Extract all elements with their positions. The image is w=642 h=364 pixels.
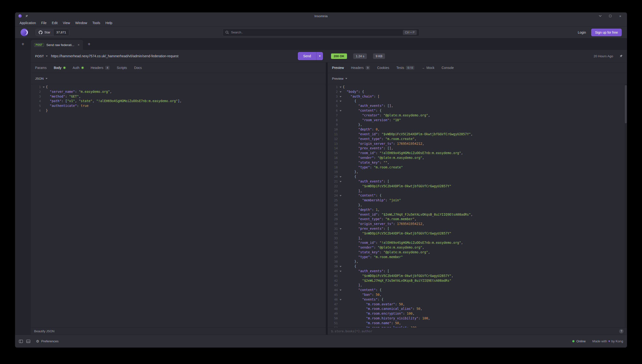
tab-docs[interactable]: Docs xyxy=(134,66,142,70)
line-number: 28 xyxy=(328,212,339,217)
close-icon[interactable]: × xyxy=(618,14,622,18)
fold-toggle-icon[interactable] xyxy=(339,288,343,292)
tab-method-badge: POST xyxy=(34,43,44,47)
insomnia-logo-icon[interactable] xyxy=(20,28,29,36)
menu-edit[interactable]: Edit xyxy=(49,20,60,26)
request-body-editor[interactable]: 1{2 "server_name": "m.easydemo.org",3 "m… xyxy=(31,84,326,328)
code-line: 13 "origin_server_ts": 1769541954212, xyxy=(328,142,627,146)
code-line: 30 "origin_server_ts": 1769541954212, xyxy=(328,222,627,226)
line-number: 26 xyxy=(328,203,339,208)
line-number: 42 xyxy=(328,278,339,283)
line-number: 9 xyxy=(328,122,339,127)
code-text: "event_id": "$2eWLJ7HqX_FJu5mYALvOKqsB_8… xyxy=(343,212,627,217)
menu-window[interactable]: Window xyxy=(73,20,90,26)
tab-preview[interactable]: Preview xyxy=(332,66,344,70)
fold-spacer xyxy=(339,274,343,278)
response-filter-input[interactable] xyxy=(331,330,616,333)
tab-auth[interactable]: Auth xyxy=(73,66,84,70)
fold-toggle-icon[interactable] xyxy=(339,226,343,231)
fold-toggle-icon[interactable] xyxy=(339,85,343,90)
panel-resize-handle[interactable] xyxy=(326,62,328,335)
line-number: 36 xyxy=(328,250,339,255)
fold-toggle-icon[interactable] xyxy=(42,85,46,90)
tab-response-headers[interactable]: Headers9 xyxy=(351,66,370,70)
status-badge: 200 OK xyxy=(331,54,347,59)
fold-toggle-icon[interactable] xyxy=(339,193,343,198)
body-type-dropdown[interactable]: JSON xyxy=(35,77,48,80)
github-star-button[interactable]: Star 37,871 xyxy=(36,29,69,36)
send-options-button[interactable] xyxy=(316,52,323,60)
preview-mode-dropdown[interactable]: Preview xyxy=(332,77,347,80)
fold-toggle-icon[interactable] xyxy=(339,297,343,302)
code-line: 22 "$vWDOpiFcV5C2b4XDPlm-OkwtjbfGGVfCrGw… xyxy=(328,184,627,189)
line-number: 18 xyxy=(328,165,339,170)
made-by-kong[interactable]: Made with ♥ by Kong xyxy=(592,340,623,343)
search-bar[interactable]: Ctrl + P xyxy=(223,28,419,36)
minimize-icon[interactable] xyxy=(598,14,602,18)
fold-toggle-icon[interactable] xyxy=(339,264,343,269)
tab-params[interactable]: Params xyxy=(35,66,47,70)
response-panel-tabs: Preview Headers9 Cookies Tests0 / 0 →Moc… xyxy=(328,62,627,73)
tab-console[interactable]: Console xyxy=(441,66,454,70)
url-input[interactable] xyxy=(51,54,295,58)
tab-body-label: Body xyxy=(54,66,61,70)
fold-toggle-icon[interactable] xyxy=(339,269,343,274)
fold-toggle-icon[interactable] xyxy=(339,174,343,179)
help-icon[interactable]: ? xyxy=(619,329,624,334)
method-dropdown[interactable]: POST xyxy=(34,54,49,58)
new-request-button[interactable]: + xyxy=(20,41,26,48)
tab-headers[interactable]: Headers4 xyxy=(91,66,110,70)
beautify-json-button[interactable]: Beautify JSON xyxy=(34,330,55,333)
response-age[interactable]: 20 Hours Ago xyxy=(593,54,613,58)
maximize-icon[interactable] xyxy=(608,14,612,18)
search-input[interactable] xyxy=(231,30,403,34)
request-tab[interactable]: POST Send raw federati... × xyxy=(31,40,83,50)
line-number: 46 xyxy=(328,297,339,302)
tab-mock[interactable]: →Mock xyxy=(421,66,434,70)
titlebar[interactable]: Insomnia × xyxy=(15,12,627,20)
tab-cookies[interactable]: Cookies xyxy=(377,66,389,70)
code-line: 12 "event_type": "m.room.create", xyxy=(328,137,627,142)
tab-body[interactable]: Body xyxy=(54,66,65,70)
line-number: 40 xyxy=(328,269,339,274)
toggle-sidebar-icon[interactable] xyxy=(19,340,23,343)
menu-tools[interactable]: Tools xyxy=(90,20,103,26)
line-number: 2 xyxy=(328,90,339,94)
line-number: 45 xyxy=(328,292,339,297)
fold-toggle-icon[interactable] xyxy=(339,179,343,184)
online-status[interactable]: Online xyxy=(572,340,586,343)
fold-spacer xyxy=(339,203,343,208)
response-body-viewer[interactable]: 1{2 "body": {3 "auth_chain": [4 {5 "auth… xyxy=(328,84,627,328)
pin-response-icon[interactable] xyxy=(619,54,623,58)
new-tab-button[interactable]: + xyxy=(86,41,93,48)
signup-button[interactable]: Sign up for free xyxy=(591,28,622,36)
tab-tests[interactable]: Tests0 / 0 xyxy=(396,66,414,70)
fold-toggle-icon[interactable] xyxy=(339,90,343,94)
github-star-count[interactable]: 37,871 xyxy=(53,29,69,36)
menu-help[interactable]: Help xyxy=(103,20,115,26)
fold-spacer xyxy=(339,250,343,255)
menu-application[interactable]: Application xyxy=(17,20,39,26)
code-line: 46 "events": { xyxy=(328,297,627,302)
menu-view[interactable]: View xyxy=(60,20,73,26)
send-button[interactable]: Send xyxy=(298,52,316,60)
scrollbar-thumb[interactable] xyxy=(625,85,627,123)
toggle-layout-icon[interactable] xyxy=(26,340,30,343)
line-number: 47 xyxy=(328,302,339,307)
login-button[interactable]: Login xyxy=(578,30,586,34)
code-text: "$vWDOpiFcV5C2b4XDPlm-OkwtjbfGGVfCrGwgyU… xyxy=(343,184,627,189)
chevron-down-icon xyxy=(46,78,48,79)
scrollbar-track[interactable] xyxy=(624,84,627,328)
menu-file[interactable]: File xyxy=(39,20,50,26)
tab-close-icon[interactable]: × xyxy=(78,43,80,47)
statusbar-right: Online Made with ♥ by Kong xyxy=(572,340,623,343)
tab-scripts[interactable]: Scripts xyxy=(117,66,127,70)
preferences-button[interactable]: ⚙ Preferences xyxy=(36,339,59,344)
code-line: 6} xyxy=(31,108,326,113)
code-text: "type": "m.room.member" xyxy=(343,255,627,260)
fold-spacer xyxy=(339,151,343,156)
fold-toggle-icon[interactable] xyxy=(339,94,343,99)
code-text: "prev_events": [ xyxy=(343,226,627,231)
fold-toggle-icon[interactable] xyxy=(339,99,343,104)
fold-toggle-icon[interactable] xyxy=(339,108,343,113)
